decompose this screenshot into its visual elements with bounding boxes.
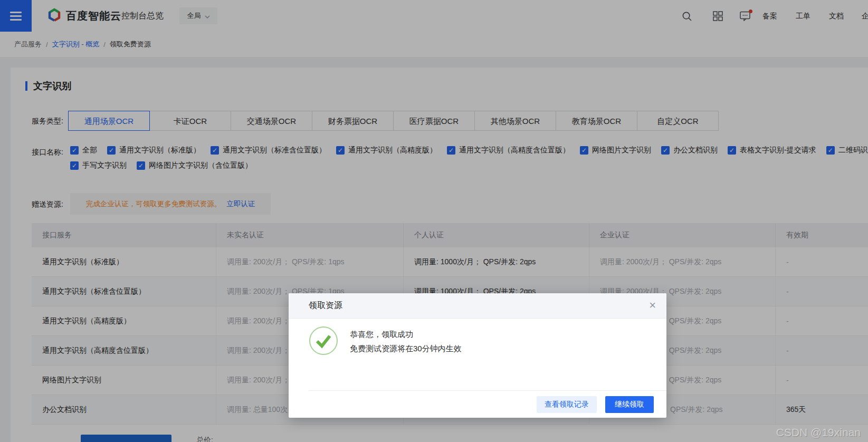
modal-body: 恭喜您，领取成功 免费测试资源将在30分钟内生效 [309, 326, 651, 358]
success-message: 恭喜您，领取成功 免费测试资源将在30分钟内生效 [350, 327, 462, 355]
close-icon[interactable]: × [649, 299, 656, 312]
continue-claim-button[interactable]: 继续领取 [605, 396, 654, 413]
modal-header: 领取资源 [289, 293, 666, 319]
modal-title: 领取资源 [309, 300, 342, 311]
success-line-2: 免费测试资源将在30分钟内生效 [350, 341, 462, 355]
success-line-1: 恭喜您，领取成功 [350, 327, 462, 341]
claim-resource-modal: 领取资源 × 恭喜您，领取成功 免费测试资源将在30分钟内生效 查看领取记录 继… [289, 293, 666, 418]
view-claim-records-button[interactable]: 查看领取记录 [537, 396, 597, 413]
modal-footer: 查看领取记录 继续领取 [289, 391, 666, 418]
success-check-icon [309, 326, 338, 358]
screen: 百度智能云 控制台总览 全局 [0, 0, 868, 442]
